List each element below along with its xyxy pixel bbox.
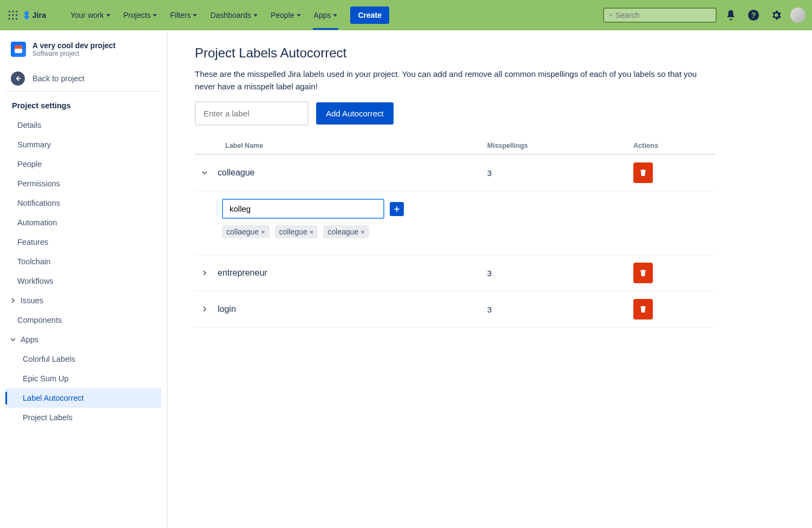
app-switcher-icon[interactable]	[6, 9, 19, 22]
remove-tag-button[interactable]: ×	[261, 228, 265, 236]
expanded-panel: collaegue ×collegue ×coleague ×	[195, 191, 715, 255]
sidebar-item-issues[interactable]: Issues	[5, 291, 161, 310]
table-row: entrepreneur3	[195, 255, 715, 291]
table-row: login3	[195, 291, 715, 328]
sidebar-item-apps[interactable]: Apps	[5, 330, 161, 349]
sidebar-item-notifications[interactable]: Notifications	[5, 193, 161, 213]
project-avatar	[11, 42, 26, 57]
misspellings-count: 3	[487, 168, 633, 178]
back-label: Back to project	[32, 74, 84, 83]
misspelling-tag: collaegue ×	[222, 225, 270, 238]
help-icon[interactable]: ?	[745, 6, 762, 24]
svg-point-3	[9, 14, 10, 16]
svg-point-7	[12, 18, 14, 19]
expand-row-button[interactable]	[195, 269, 214, 277]
sidebar-item-toolchain[interactable]: Toolchain	[5, 252, 161, 271]
chevron-right-icon	[9, 296, 17, 305]
project-settings-heading: Project settings	[5, 96, 161, 115]
project-name: A very cool dev project	[32, 41, 116, 50]
remove-tag-button[interactable]: ×	[361, 228, 365, 236]
sidebar-app-label-autocorrect[interactable]: Label Autocorrect	[5, 388, 161, 408]
column-misspellings: Misspellings	[487, 142, 633, 149]
misspelling-input[interactable]	[222, 199, 384, 219]
create-button[interactable]: Create	[350, 6, 389, 24]
nav-item-your-work[interactable]: Your work	[65, 6, 116, 24]
nav-item-people[interactable]: People	[265, 6, 306, 24]
label-name-cell: entrepreneur	[214, 268, 487, 278]
back-to-project[interactable]: Back to project	[5, 66, 161, 92]
back-arrow-icon	[11, 71, 25, 86]
chevron-down-icon	[9, 335, 17, 344]
expand-row-button[interactable]	[195, 305, 214, 314]
svg-point-8	[16, 18, 17, 19]
sidebar-item-features[interactable]: Features	[5, 232, 161, 252]
search-input[interactable]	[615, 11, 710, 19]
sidebar-item-details[interactable]: Details	[5, 115, 161, 135]
misspelling-tag: collegue ×	[275, 225, 318, 238]
sidebar-label: Apps	[21, 335, 38, 344]
nav-item-projects[interactable]: Projects	[118, 6, 163, 24]
delete-button[interactable]	[633, 263, 653, 283]
svg-point-6	[9, 18, 10, 19]
search-icon	[610, 11, 612, 19]
settings-icon[interactable]	[768, 6, 785, 24]
sidebar-app-project-labels[interactable]: Project Labels	[5, 408, 161, 427]
misspellings-count: 3	[487, 269, 633, 278]
page-title: Project Labels Autocorrect	[195, 45, 785, 61]
delete-button[interactable]	[633, 299, 653, 320]
sidebar-item-components[interactable]: Components	[5, 310, 161, 330]
remove-tag-button[interactable]: ×	[310, 228, 314, 236]
label-input[interactable]	[195, 101, 309, 126]
svg-point-1	[12, 11, 14, 12]
table-row: colleague3	[195, 155, 715, 191]
sidebar-item-workflows[interactable]: Workflows	[5, 271, 161, 291]
label-name-cell: colleague	[214, 168, 487, 178]
chevron-down-icon	[106, 14, 110, 17]
profile-avatar[interactable]	[790, 8, 806, 23]
search-box[interactable]	[603, 8, 717, 23]
chevron-down-icon	[333, 14, 337, 17]
nav-label: People	[271, 11, 294, 19]
notifications-icon[interactable]	[722, 6, 739, 24]
sidebar-item-automation[interactable]: Automation	[5, 213, 161, 232]
svg-point-2	[16, 11, 17, 12]
misspelling-tag: coleague ×	[323, 225, 369, 238]
svg-point-0	[9, 11, 10, 12]
chevron-down-icon	[253, 14, 258, 17]
jira-logo[interactable]: Jira	[24, 9, 56, 21]
chevron-down-icon	[297, 14, 301, 17]
svg-point-4	[12, 14, 14, 16]
sidebar-item-summary[interactable]: Summary	[5, 135, 161, 154]
chevron-down-icon	[153, 14, 157, 17]
page-description: These are the misspelled Jira labels use…	[195, 68, 715, 93]
add-misspelling-button[interactable]	[390, 202, 404, 216]
nav-item-dashboards[interactable]: Dashboards	[205, 6, 263, 24]
svg-point-10	[610, 14, 612, 16]
nav-item-apps[interactable]: Apps	[309, 6, 343, 24]
sidebar-item-people[interactable]: People	[5, 154, 161, 174]
delete-button[interactable]	[633, 162, 653, 183]
add-autocorrect-button[interactable]: Add Autocorrect	[316, 102, 394, 125]
nav-label: Apps	[314, 11, 331, 19]
nav-item-filters[interactable]: Filters	[165, 6, 202, 24]
nav-label: Projects	[123, 11, 151, 19]
nav-label: Filters	[170, 11, 191, 19]
nav-label: Your work	[70, 11, 104, 19]
column-actions: Actions	[633, 142, 715, 149]
svg-point-5	[16, 14, 17, 16]
misspellings-count: 3	[487, 305, 633, 314]
svg-line-11	[611, 16, 612, 16]
sidebar-app-epic-sum-up[interactable]: Epic Sum Up	[5, 369, 161, 388]
column-label-name: Label Name	[214, 142, 487, 149]
project-type: Software project	[32, 50, 116, 57]
sidebar-item-permissions[interactable]: Permissions	[5, 174, 161, 193]
sidebar-app-colorful-labels[interactable]: Colorful Labels	[5, 349, 161, 369]
expand-row-button[interactable]	[195, 168, 214, 177]
label-name-cell: login	[214, 304, 487, 314]
svg-text:?: ?	[751, 11, 756, 19]
sidebar-label: Issues	[21, 296, 43, 305]
nav-label: Dashboards	[210, 11, 251, 19]
chevron-down-icon	[193, 14, 197, 17]
svg-text:Jira: Jira	[32, 11, 47, 19]
